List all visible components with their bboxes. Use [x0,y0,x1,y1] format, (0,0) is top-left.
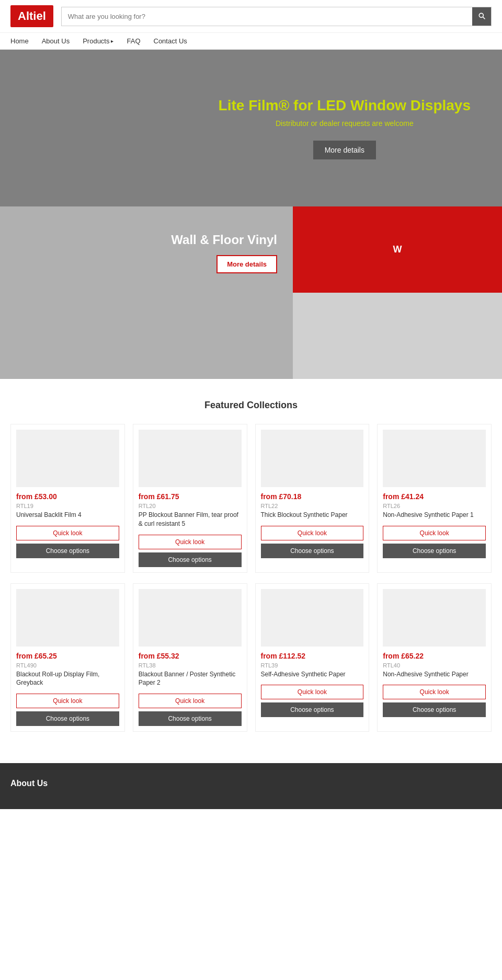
hero-content: Lite Film® for LED Window Displays Distr… [219,97,471,159]
product-image [383,589,486,647]
product-name: Universal Backlit Film 4 [16,511,119,520]
quick-look-button[interactable]: Quick look [16,694,119,708]
choose-options-button[interactable]: Choose options [261,702,364,717]
product-sku: RTL19 [16,503,119,509]
product-name: Non-Adhesive Synthetic Paper 1 [383,511,486,520]
product-image [261,589,364,647]
product-sku: RTL39 [261,662,364,668]
product-sku: RTL38 [139,662,242,668]
product-name: Self-Adhesive Synthetic Paper [261,670,364,679]
choose-options-button[interactable]: Choose options [383,544,486,558]
slide-side-bottom [293,293,502,379]
logo[interactable]: Altiel [10,5,53,27]
product-card: from £65.22 RTL40 Non-Adhesive Synthetic… [377,583,492,732]
header: Altiel [0,0,502,33]
hero-subtitle: Distributor or dealer requests are welco… [219,119,471,128]
product-card: from £70.18 RTL22 Thick Blockout Synthet… [255,424,370,573]
product-price: from £55.32 [139,652,242,660]
hero-title: Lite Film® for LED Window Displays [219,97,471,114]
slide-side: W [293,206,502,379]
nav-about[interactable]: About Us [42,37,70,45]
product-image [16,430,119,487]
product-card: from £61.75 RTL20 PP Blockout Banner Fil… [133,424,247,573]
product-image [139,430,242,487]
quick-look-button[interactable]: Quick look [139,535,242,549]
slide-title: Wall & Floor Vinyl [171,233,277,247]
product-image [139,589,242,647]
product-card: from £65.25 RTL490 Blackout Roll-up Disp… [10,583,125,732]
chevron-down-icon: ▸ [111,38,113,44]
product-price: from £65.22 [383,652,486,660]
product-name: Blackout Banner / Poster Synthetic Paper… [139,670,242,688]
choose-options-button[interactable]: Choose options [16,544,119,558]
hero-banner: Lite Film® for LED Window Displays Distr… [0,50,502,206]
product-sku: RTL40 [383,662,486,668]
product-name: Non-Adhesive Synthetic Paper [383,670,486,679]
nav-faq[interactable]: FAQ [127,37,140,45]
quick-look-button[interactable]: Quick look [261,526,364,540]
search-button[interactable] [472,7,491,26]
slider: Wall & Floor Vinyl More details W [0,206,502,379]
product-card: from £53.00 RTL19 Universal Backlit Film… [10,424,125,573]
product-price: from £53.00 [16,492,119,501]
featured-section: Featured Collections from £53.00 RTL19 U… [0,379,502,753]
product-sku: RTL26 [383,503,486,509]
product-price: from £41.24 [383,492,486,501]
slide-side-top: W [293,206,502,293]
product-card: from £112.52 RTL39 Self-Adhesive Synthet… [255,583,370,732]
product-price: from £65.25 [16,652,119,660]
slider-section: Wall & Floor Vinyl More details W [0,206,502,379]
nav-products[interactable]: Products ▸ [83,37,113,45]
product-grid-row1: from £53.00 RTL19 Universal Backlit Film… [10,424,492,573]
product-price: from £70.18 [261,492,364,501]
hero-more-details-button[interactable]: More details [313,141,376,159]
product-price: from £112.52 [261,652,364,660]
quick-look-button[interactable]: Quick look [139,694,242,708]
choose-options-button[interactable]: Choose options [16,711,119,726]
nav-home[interactable]: Home [10,37,29,45]
product-card: from £41.24 RTL26 Non-Adhesive Synthetic… [377,424,492,573]
product-name: Blackout Roll-up Display Film, Greyback [16,670,119,688]
nav-contact[interactable]: Contact Us [154,37,187,45]
choose-options-button[interactable]: Choose options [383,702,486,717]
quick-look-button[interactable]: Quick look [261,685,364,699]
quick-look-button[interactable]: Quick look [16,526,119,540]
featured-title: Featured Collections [10,400,492,411]
product-grid-row2: from £65.25 RTL490 Blackout Roll-up Disp… [10,583,492,732]
slide-text: Wall & Floor Vinyl More details [171,233,277,273]
choose-options-button[interactable]: Choose options [139,552,242,567]
product-sku: RTL20 [139,503,242,509]
slide-more-details-button[interactable]: More details [216,255,277,273]
quick-look-button[interactable]: Quick look [383,526,486,540]
slide-main: Wall & Floor Vinyl More details [0,206,293,379]
choose-options-button[interactable]: Choose options [139,711,242,726]
search-icon [477,11,486,20]
product-price: from £61.75 [139,492,242,501]
search-input[interactable] [62,8,472,25]
product-image [261,430,364,487]
product-image [16,589,119,647]
footer: About Us [0,763,502,809]
product-card: from £55.32 RTL38 Blackout Banner / Post… [133,583,247,732]
search-bar [61,7,492,26]
product-name: PP Blockout Banner Film, tear proof & cu… [139,511,242,528]
product-image [383,430,486,487]
footer-about-title: About Us [10,779,492,788]
choose-options-button[interactable]: Choose options [261,544,364,558]
quick-look-button[interactable]: Quick look [383,685,486,699]
product-name: Thick Blockout Synthetic Paper [261,511,364,520]
product-sku: RTL22 [261,503,364,509]
nav: Home About Us Products ▸ FAQ Contact Us [0,33,502,50]
product-sku: RTL490 [16,662,119,668]
